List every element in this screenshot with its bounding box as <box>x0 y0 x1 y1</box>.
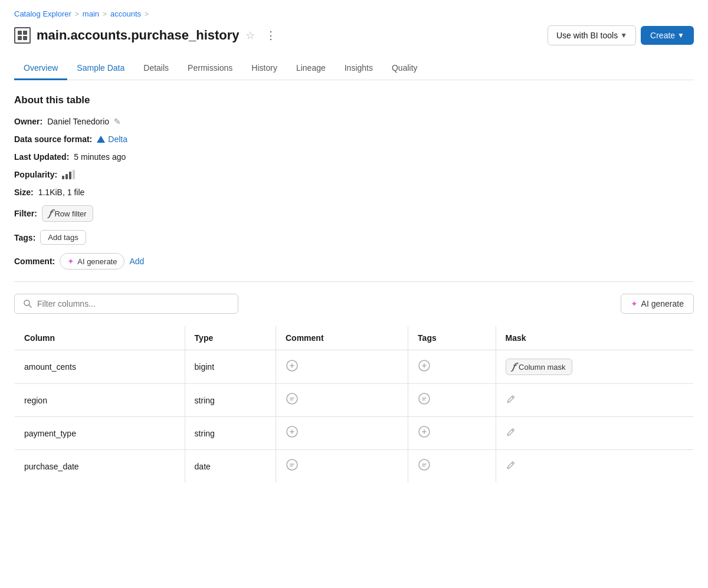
tags-add-icon[interactable] <box>418 363 431 375</box>
col-region-name: region <box>15 384 185 417</box>
columns-ai-generate-label: AI generate <box>641 299 684 308</box>
create-button[interactable]: Create ▼ <box>641 26 694 45</box>
star-icon[interactable]: ☆ <box>245 29 255 42</box>
svg-line-1 <box>29 305 31 307</box>
comment-ai-generate-button[interactable]: ✦ AI generate <box>60 253 124 270</box>
mask-edit-icon[interactable] <box>506 396 516 406</box>
comment-bubble-icon[interactable] <box>286 462 299 474</box>
search-icon <box>23 299 32 308</box>
breadcrumb-accounts[interactable]: accounts <box>110 9 141 18</box>
svg-point-8 <box>287 459 297 470</box>
about-title: About this table <box>14 94 694 106</box>
bar-1 <box>62 176 64 179</box>
comment-add-link[interactable]: Add <box>129 257 144 266</box>
col-header-column: Column <box>15 326 185 350</box>
col-header-type: Type <box>185 326 276 350</box>
col-header-mask: Mask <box>496 326 693 350</box>
col-region-mask[interactable] <box>496 384 693 417</box>
table-row: payment_type string <box>15 417 694 450</box>
owner-edit-icon[interactable]: ✎ <box>114 117 121 126</box>
last-updated-label: Last Updated: <box>14 152 69 162</box>
mask-edit-icon[interactable] <box>506 462 516 472</box>
columns-ai-generate-button[interactable]: ✦ AI generate <box>621 294 694 314</box>
col-purchase-date-type: date <box>185 450 276 483</box>
col-region-tags[interactable] <box>408 384 496 417</box>
row-filter-button[interactable]: 𝑓 Row filter <box>42 205 93 222</box>
tab-lineage[interactable]: Lineage <box>287 57 335 80</box>
table-row: amount_cents bigint <box>15 350 694 384</box>
col-amount-cents-tags[interactable] <box>408 350 496 384</box>
tab-overview[interactable]: Overview <box>14 57 67 80</box>
tab-quality[interactable]: Quality <box>382 57 427 80</box>
table-icon <box>14 27 31 44</box>
svg-point-4 <box>287 393 297 404</box>
tags-bubble-icon[interactable] <box>418 462 431 474</box>
mask-edit-icon[interactable] <box>506 429 516 439</box>
col-payment-type-comment[interactable] <box>276 417 408 450</box>
filter-columns-input-wrap[interactable] <box>14 294 238 314</box>
ai-star-icon: ✦ <box>67 257 74 266</box>
breadcrumb-catalog-explorer[interactable]: Catalog Explorer <box>14 9 71 18</box>
tab-details[interactable]: Details <box>134 57 178 80</box>
breadcrumb-sep-1: > <box>75 10 79 18</box>
column-mask-label: Column mask <box>519 363 565 372</box>
popularity-row: Popularity: <box>14 170 694 179</box>
bi-tools-chevron-icon: ▼ <box>620 31 627 40</box>
breadcrumb-main[interactable]: main <box>83 9 99 18</box>
col-region-comment[interactable] <box>276 384 408 417</box>
columns-table: Column Type Comment Tags Mask amount_cen… <box>14 326 694 483</box>
add-tags-label: Add tags <box>48 233 78 242</box>
tab-sample-data[interactable]: Sample Data <box>67 57 134 80</box>
col-amount-cents-mask[interactable]: 𝑓 Column mask <box>496 350 693 384</box>
owner-value: Daniel Tenedorio <box>47 117 109 126</box>
popularity-bars <box>62 170 75 179</box>
bar-4 <box>73 170 75 179</box>
comment-bubble-icon[interactable] <box>286 396 299 408</box>
breadcrumb: Catalog Explorer > main > accounts > <box>14 9 694 18</box>
tags-label: Tags: <box>14 233 35 242</box>
col-payment-type-name: payment_type <box>15 417 185 450</box>
row-filter-label: Row filter <box>54 209 86 218</box>
delta-triangle-icon <box>97 136 105 143</box>
table-header-row: Column Type Comment Tags Mask <box>15 326 694 350</box>
tags-bubble-icon[interactable] <box>418 396 431 408</box>
col-payment-type-tags[interactable] <box>408 417 496 450</box>
col-purchase-date-mask[interactable] <box>496 450 693 483</box>
tab-history[interactable]: History <box>242 57 287 80</box>
create-chevron-icon: ▼ <box>677 31 684 40</box>
col-header-tags: Tags <box>408 326 496 350</box>
owner-row: Owner: Daniel Tenedorio ✎ <box>14 117 694 126</box>
breadcrumb-sep-2: > <box>103 10 107 18</box>
col-purchase-date-name: purchase_date <box>15 450 185 483</box>
last-updated-row: Last Updated: 5 minutes ago <box>14 152 694 162</box>
size-value: 1.1KiB, 1 file <box>38 188 85 197</box>
add-tags-button[interactable]: Add tags <box>40 230 86 245</box>
page-title: main.accounts.purchase_history <box>37 28 240 43</box>
filter-columns-input[interactable] <box>37 299 230 308</box>
comment-add-icon[interactable] <box>286 429 299 441</box>
col-purchase-date-comment[interactable] <box>276 450 408 483</box>
svg-point-5 <box>419 393 430 404</box>
filter-row: Filter: 𝑓 Row filter <box>14 205 694 222</box>
header-actions: Use with BI tools ▼ Create ▼ <box>548 25 694 45</box>
col-amount-cents-comment[interactable] <box>276 350 408 384</box>
column-mask-fx-icon: 𝑓 <box>512 362 516 372</box>
col-payment-type-type: string <box>185 417 276 450</box>
col-header-comment: Comment <box>276 326 408 350</box>
bar-2 <box>65 174 68 179</box>
tags-add-icon[interactable] <box>418 429 431 441</box>
more-options-icon[interactable]: ⋮ <box>261 27 281 44</box>
table-row: purchase_date date <box>15 450 694 483</box>
col-purchase-date-tags[interactable] <box>408 450 496 483</box>
col-payment-type-mask[interactable] <box>496 417 693 450</box>
tab-insights[interactable]: Insights <box>335 57 382 80</box>
tab-permissions[interactable]: Permissions <box>178 57 242 80</box>
bi-tools-label: Use with BI tools <box>556 31 618 40</box>
bi-tools-button[interactable]: Use with BI tools ▼ <box>548 25 636 45</box>
about-section: About this table Owner: Daniel Tenedorio… <box>14 94 694 270</box>
datasource-value: Delta <box>97 134 127 144</box>
column-mask-button[interactable]: 𝑓 Column mask <box>506 359 572 375</box>
columns-ai-star-icon: ✦ <box>631 299 638 308</box>
comment-add-icon[interactable] <box>286 363 299 375</box>
table-row: region string <box>15 384 694 417</box>
